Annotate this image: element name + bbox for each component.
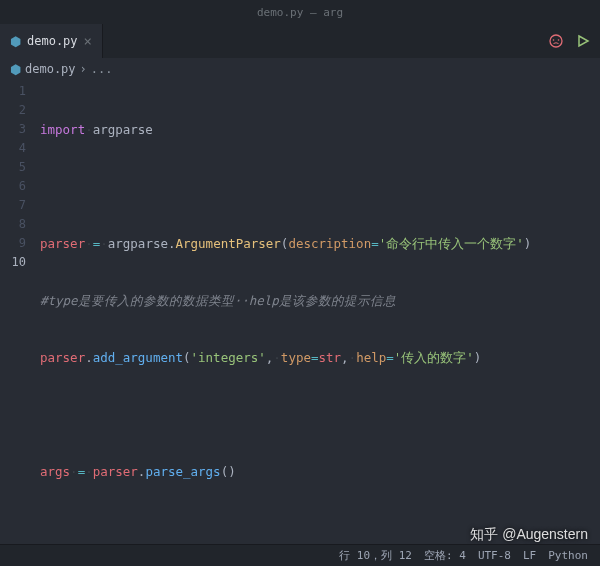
window-title: demo.py — arg xyxy=(257,6,343,19)
status-spaces[interactable]: 空格: 4 xyxy=(424,548,466,563)
breadcrumb-more: ... xyxy=(91,62,113,76)
svg-point-1 xyxy=(553,39,555,41)
code-line: import·argparse xyxy=(40,120,600,139)
status-position[interactable]: 行 10，列 12 xyxy=(339,548,412,563)
code-line: parser.add_argument('integers',·type=str… xyxy=(40,348,600,367)
breadcrumb[interactable]: ⬢ demo.py › ... xyxy=(0,58,600,80)
python-file-icon: ⬢ xyxy=(10,34,21,49)
close-icon[interactable]: × xyxy=(84,33,92,49)
svg-point-2 xyxy=(558,39,560,41)
tabs-row: ⬢ demo.py × xyxy=(0,24,600,58)
code-line xyxy=(40,405,600,424)
tab-actions xyxy=(548,33,590,49)
tab-demo[interactable]: ⬢ demo.py × xyxy=(0,24,103,58)
status-lang[interactable]: Python xyxy=(548,549,588,562)
status-encoding[interactable]: UTF-8 xyxy=(478,549,511,562)
run-icon[interactable] xyxy=(576,34,590,48)
breadcrumb-sep: › xyxy=(80,62,87,76)
gutter: 1 2 3 4 5 6 7 8 9 10 xyxy=(0,82,40,566)
tab-label: demo.py xyxy=(27,34,78,48)
status-eol[interactable]: LF xyxy=(523,549,536,562)
code-line xyxy=(40,177,600,196)
python-file-icon: ⬢ xyxy=(10,62,21,77)
code-line: args·=·parser.parse_args() xyxy=(40,462,600,481)
face-icon[interactable] xyxy=(548,33,564,49)
title-bar: demo.py — arg xyxy=(0,0,600,24)
code-line: #type是要传入的参数的数据类型··help是该参数的提示信息 xyxy=(40,291,600,310)
code-area[interactable]: import·argparse parser·=·argparse.Argume… xyxy=(40,82,600,566)
watermark: 知乎 @Augenstern xyxy=(470,526,588,544)
breadcrumb-file: demo.py xyxy=(25,62,76,76)
code-line: parser·=·argparse.ArgumentParser(descrip… xyxy=(40,234,600,253)
svg-point-0 xyxy=(550,35,562,47)
status-bar: 行 10，列 12 空格: 4 UTF-8 LF Python xyxy=(0,544,600,566)
editor[interactable]: 1 2 3 4 5 6 7 8 9 10 import·argparse par… xyxy=(0,80,600,566)
